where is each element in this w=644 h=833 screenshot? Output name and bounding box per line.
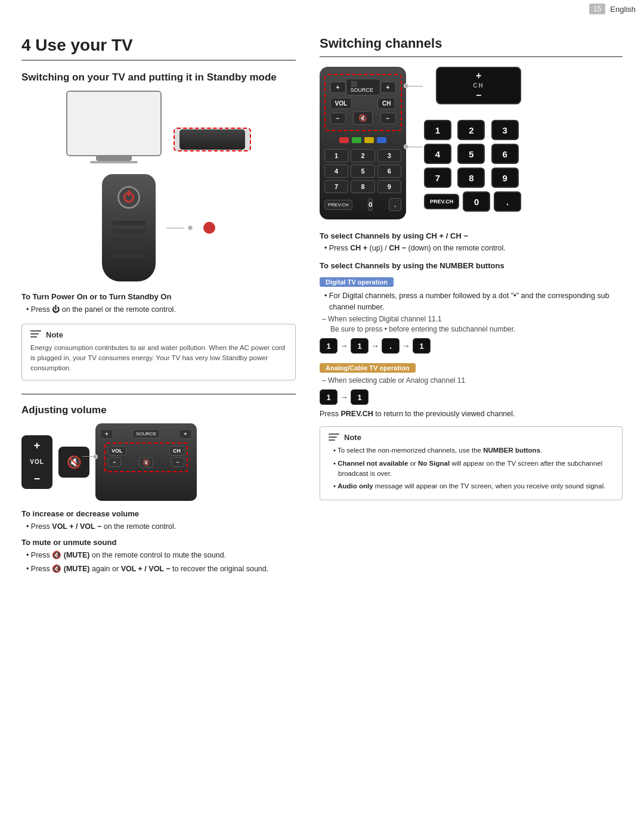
remote-key-5: 5 — [351, 165, 374, 178]
chapter-title: 4 Use your TV — [21, 36, 296, 61]
ch-plus-minus-instruct: To select Channels by using CH + / CH − … — [320, 231, 623, 254]
big-key-6: 6 — [491, 144, 519, 164]
big-key-2: 2 — [457, 120, 485, 140]
ch-note-bullet1: To select the non-memorized channels, us… — [329, 445, 614, 456]
remote-numpad: 1 2 3 4 5 6 7 8 9 — [324, 149, 401, 193]
page-number: 15 — [589, 4, 605, 14]
remote-key-6: 6 — [377, 165, 401, 178]
ch-plus-minus-bullet: Press CH + (up) / CH − (down) on the rem… — [320, 243, 623, 254]
remote-key-4: 4 — [324, 165, 348, 178]
vol-remote-full-container: + SOURCE + VOL CH − 🔇 — [95, 423, 197, 501]
vol-minus: − — [34, 473, 41, 484]
remote-key-7: 7 — [324, 180, 348, 193]
tv-standby-illustration — [21, 91, 296, 163]
big-key-8: 8 — [457, 168, 485, 188]
prevch-row: PREV.CH 0 . — [324, 198, 401, 211]
vol-plus: + — [34, 440, 41, 451]
ch-remote-main: + ⬛ SOURCE + VOL CH − 🔇 − — [320, 67, 406, 219]
blue-button — [377, 137, 386, 143]
vol-remote-container: + VOL − 🔇 + SOURCE + — [21, 423, 296, 501]
big-key-1: 1 — [424, 120, 451, 140]
switching-channels-title: Switching channels — [320, 36, 623, 57]
digital-arrow-seq: 1 → 1 → . → 1 — [320, 338, 623, 354]
analog-dash: – When selecting cable or Analog channel… — [320, 376, 623, 385]
standby-note-box: Note Energy consumption contributes to a… — [21, 324, 296, 380]
seq-btn-1c: 1 — [413, 338, 431, 354]
vol-badge: + VOL − — [21, 435, 52, 489]
ch-plus-minus-title: To select Channels by using CH + / CH − — [320, 231, 623, 240]
digital-dash1: – When selecting Digital channel 11.1 — [320, 315, 623, 323]
analog-seq-1a: 1 — [320, 389, 338, 405]
badge-analog: Analog/Cable TV operation — [320, 363, 416, 373]
number-title: To select Channels by using the NUMBER b… — [320, 261, 623, 270]
ch-note-bullet3: Audio only message will appear on the TV… — [329, 481, 614, 491]
prevch-big-row: PREV.CH 0 . — [424, 191, 521, 212]
ch-big-controls: + CH − 1 2 3 4 5 6 7 8 9 — [424, 67, 521, 212]
standby-instruct-title: To Turn Power On or to Turn Standby On — [21, 292, 296, 301]
mute-bullet1: Press 🔇 (MUTE) on the remote control to … — [21, 550, 296, 561]
ch-note-label: Note — [344, 433, 361, 442]
analog-arrow: → — [340, 392, 348, 402]
color-buttons — [339, 137, 386, 143]
language-label: English — [610, 5, 636, 14]
right-column: Switching channels + ⬛ SOURCE + VOL CH — [320, 36, 623, 577]
panel-power-btn — [203, 222, 215, 234]
arrow-1: → — [340, 341, 348, 351]
header-bar: 15 English — [581, 0, 644, 18]
remote-standby-container — [21, 174, 296, 281]
press-prevch-text: Press PREV.CH to return to the previousl… — [320, 410, 623, 418]
ch-connector — [404, 83, 423, 88]
ch-note-box: Note To select the non-memorized channel… — [320, 426, 623, 500]
arrow-2: → — [371, 341, 379, 351]
mute-bullet2: Press 🔇 (MUTE) again or VOL + / VOL − to… — [21, 563, 296, 575]
big-key-4: 4 — [424, 144, 451, 164]
vol-connector — [82, 454, 98, 459]
digital-dash2: Be sure to press • before entering the s… — [320, 325, 623, 333]
vol-label: VOL — [30, 459, 44, 465]
section-divider — [21, 394, 296, 395]
remote-key-8: 8 — [351, 180, 374, 193]
remote-key-9: 9 — [377, 180, 401, 193]
standby-bullet: Press ⏻ on the panel or the remote contr… — [21, 304, 296, 315]
big-key-0: 0 — [463, 191, 490, 212]
mute-icon: 🔇 — [67, 455, 82, 469]
remote-key-dot: . — [389, 198, 401, 211]
volume-section-title: Adjusting volume — [21, 404, 296, 416]
remote-key-1: 1 — [324, 149, 348, 162]
big-key-dot: . — [494, 191, 521, 212]
badge-digital: Digital TV operation — [320, 277, 394, 287]
power-icon — [123, 192, 134, 203]
yellow-button — [364, 137, 374, 143]
remote-key-2: 2 — [351, 149, 374, 162]
number-instruct: To select Channels by using the NUMBER b… — [320, 261, 623, 501]
vol-increase-title: To increase or decrease volume — [21, 509, 296, 518]
green-button — [352, 137, 361, 143]
left-column: 4 Use your TV Switching on your TV and p… — [21, 36, 296, 577]
remote-standby — [102, 174, 156, 281]
seq-btn-1b: 1 — [351, 338, 369, 354]
big-key-5: 5 — [457, 144, 485, 164]
arrow-3: → — [402, 341, 410, 351]
note-icon — [30, 330, 41, 339]
vol-increase-bullet: Press VOL + / VOL − on the remote contro… — [21, 521, 296, 532]
big-key-3: 3 — [491, 120, 519, 140]
digital-bullet: For Digital channels, press a number fol… — [320, 290, 623, 313]
num-connector — [404, 144, 423, 149]
seq-btn-dot: . — [382, 338, 400, 354]
mute-title: To mute or unmute sound — [21, 538, 296, 547]
red-button — [339, 137, 349, 143]
analog-arrow-seq: 1 → 1 — [320, 389, 623, 405]
power-button-circle — [117, 186, 140, 209]
ch-big-button-area: + CH − — [436, 67, 521, 104]
mute-badge: 🔇 — [58, 447, 89, 478]
num-big-grid: 1 2 3 4 5 6 7 8 9 — [424, 120, 521, 188]
remote-key-0: 0 — [368, 198, 373, 211]
ch-dashed-box: + ⬛ SOURCE + VOL CH − 🔇 − — [324, 74, 402, 131]
big-key-9: 9 — [491, 168, 519, 188]
seq-btn-1a: 1 — [320, 338, 338, 354]
prevch-big-btn: PREV.CH — [424, 194, 459, 209]
vol-remote-full: + SOURCE + VOL CH − 🔇 — [95, 423, 197, 501]
ch-note-bullet2: Channel not available or No Signal will … — [329, 459, 614, 479]
standby-section-title: Switching on your TV and putting it in S… — [21, 72, 296, 83]
prevch-btn: PREV.CH — [324, 200, 352, 210]
